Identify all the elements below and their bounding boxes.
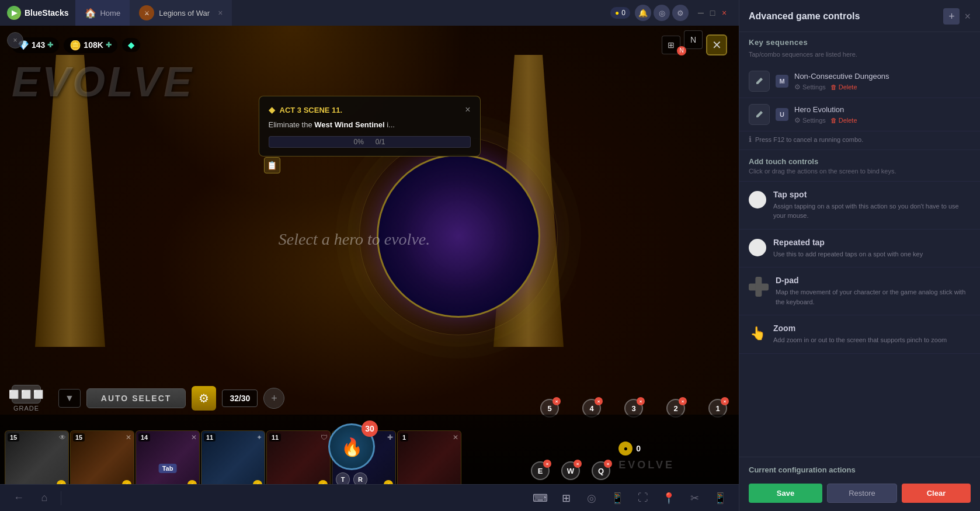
current-config-title: Current configuration actions	[749, 465, 971, 474]
tap-spot-desc: Assign tapping on a spot with this actio…	[773, 201, 971, 221]
zoom-item[interactable]: 👆 Zoom Add zoom in or out to the screen …	[739, 315, 980, 354]
hud-notif-btn[interactable]: N	[684, 30, 703, 49]
chat-btn[interactable]: ⬜⬜⬜	[12, 385, 41, 404]
quest-title-row: ◆ ACT 3 SCENE 11.	[269, 105, 343, 114]
window-controls: ─ □ ×	[691, 8, 734, 18]
seq-actions-0: ⚙ Settings 🗑 Delete	[794, 83, 971, 91]
tab-home-label: Home	[100, 9, 120, 18]
seq-settings-1[interactable]: ⚙ Settings	[794, 116, 826, 124]
zoom-name: Zoom	[773, 324, 971, 333]
auto-select-btn[interactable]: AUTO SELECT	[86, 388, 186, 408]
remove-w[interactable]: ×	[574, 460, 582, 468]
seq-delete-0[interactable]: 🗑 Delete	[830, 84, 857, 91]
slots-count: 32/30	[222, 390, 258, 407]
quest-target: West Wind Sentinel	[314, 120, 384, 129]
settings-btn[interactable]: ⚙	[672, 5, 689, 21]
coins-add-btn[interactable]: ✚	[106, 41, 112, 49]
target-btn[interactable]: ◎	[654, 5, 670, 21]
gems-count: 143	[32, 40, 45, 50]
evolve-coin-icon: ●	[618, 442, 633, 456]
panel-add-btn[interactable]: +	[943, 8, 960, 25]
sort-btn[interactable]: ▼	[58, 389, 81, 408]
hero-icon-1: 👁	[59, 433, 66, 442]
coins-count: 108K	[84, 40, 103, 50]
tap-spot-icon	[749, 191, 766, 208]
hud-badge: N	[677, 46, 686, 55]
get-heroes-icon: 🔥 30	[328, 423, 375, 470]
key-w[interactable]: W×	[561, 461, 580, 480]
quest-title: ACT 3 SCENE 11.	[280, 106, 343, 114]
panel-close-btn[interactable]: ×	[964, 11, 971, 23]
sequence-item-1[interactable]: U Hero Evolution ⚙ Settings 🗑 Delete	[739, 98, 980, 131]
dpad-desc: Map the movement of your character or th…	[776, 287, 971, 307]
notification-btn[interactable]: 🔔	[635, 5, 651, 21]
hero-icon-6: ✚	[387, 433, 393, 442]
currency-value: 0	[621, 9, 625, 17]
hero-icon-4: ✦	[256, 433, 262, 442]
gems-add-btn[interactable]: ✚	[47, 41, 53, 49]
remove-e[interactable]: ×	[543, 460, 551, 468]
clear-button[interactable]: Clear	[902, 484, 971, 503]
keyboard-btn[interactable]: ⌨	[531, 489, 550, 507]
camera-btn[interactable]: ◎	[582, 489, 601, 507]
key-e[interactable]: E×	[531, 461, 550, 480]
tap-spot-item[interactable]: Tap spot Assign tapping on a spot with t…	[739, 182, 980, 230]
home-toolbar-btn[interactable]: ⌂	[35, 489, 54, 507]
repeated-tap-info: Repeated tap Use this to add repeated ta…	[773, 238, 971, 259]
quest-count: 0/1	[376, 138, 385, 146]
save-button[interactable]: Save	[749, 484, 822, 503]
expand-btn[interactable]: ⛶	[634, 489, 652, 507]
tab-game-label: Legions of War	[159, 9, 210, 18]
key-q[interactable]: Q×	[592, 461, 610, 480]
settings-icon-0: ⚙	[794, 83, 801, 91]
seq-actions-1: ⚙ Settings 🗑 Delete	[794, 116, 971, 124]
grid-btn[interactable]: ⊞	[557, 489, 575, 507]
tab-game[interactable]: ⚔ Legions of War ×	[130, 0, 232, 26]
tab-home[interactable]: 🏠 Home	[75, 0, 130, 26]
add-slot-btn[interactable]: +	[263, 388, 284, 409]
sequence-item-0[interactable]: M Non-Consecutive Dungeons ⚙ Settings 🗑 …	[739, 65, 980, 98]
restore-button[interactable]: Restore	[827, 484, 897, 503]
hero-icon-7: ✕	[453, 433, 458, 442]
right-keys: E× W× Q×	[531, 461, 610, 480]
quest-progress-text: 0% 0/1	[269, 137, 470, 147]
seq-key-val-1: U	[780, 111, 784, 118]
game-viewport: EVOLVE 💎 143 ✚ 🪙 108K ✚ ◆ ⊞ N N ✕ ◆	[0, 26, 739, 511]
action-buttons: Save Restore Clear	[749, 484, 971, 503]
select-hero-label: Select a hero to evolve.	[279, 230, 430, 248]
minimize-circle[interactable]: ×	[7, 32, 23, 48]
tab-game-close[interactable]: ×	[218, 8, 223, 18]
close-btn[interactable]: ×	[719, 8, 729, 18]
seq-settings-0[interactable]: ⚙ Settings	[794, 83, 826, 91]
hero-level-3: 14	[138, 433, 150, 442]
scissors-btn[interactable]: ✂	[685, 489, 704, 507]
delete-icon-1: 🗑	[830, 117, 837, 124]
press-f12-text: Press F12 to cancel a running combo.	[755, 136, 863, 143]
minimize-btn[interactable]: ─	[696, 8, 706, 18]
seq-key-1: U	[776, 108, 788, 121]
seq-delete-label-0: Delete	[839, 84, 857, 91]
press-f12-note: ℹ Press F12 to cancel a running combo.	[739, 131, 980, 150]
location-btn[interactable]: 📍	[659, 489, 678, 507]
panel-header: Advanced game controls + ×	[739, 0, 980, 32]
capture-btn[interactable]: 📱	[608, 489, 627, 507]
hud-close-btn[interactable]: ✕	[706, 34, 727, 55]
diamond-icon: ◆	[128, 40, 134, 50]
dpad-item[interactable]: D-pad Map the movement of your character…	[739, 267, 980, 315]
toolbar-sep-1	[61, 491, 61, 505]
seq-key-val-0: M	[779, 78, 784, 85]
seq-name-0: Non-Consecutive Dungeons	[794, 72, 971, 81]
remove-q[interactable]: ×	[604, 460, 612, 468]
quest-close-btn[interactable]: ×	[465, 105, 470, 115]
gear-btn[interactable]: ⚙	[192, 386, 216, 411]
seq-delete-1[interactable]: 🗑 Delete	[830, 117, 857, 124]
repeated-tap-item[interactable]: Repeated tap Use this to add repeated ta…	[739, 230, 980, 268]
hud-top: 💎 143 ✚ 🪙 108K ✚ ◆ ⊞ N N ✕	[0, 30, 739, 60]
quest-info-icon[interactable]: 📋	[264, 157, 280, 173]
restore-btn[interactable]: □	[707, 8, 718, 18]
device-btn[interactable]: 📱	[711, 489, 729, 507]
dpad-info: D-pad Map the movement of your character…	[776, 276, 971, 307]
panel-bottom-actions: Current configuration actions Save Resto…	[739, 457, 980, 511]
quest-progress-bar: 0% 0/1	[269, 136, 471, 148]
back-btn[interactable]: ←	[9, 489, 28, 507]
